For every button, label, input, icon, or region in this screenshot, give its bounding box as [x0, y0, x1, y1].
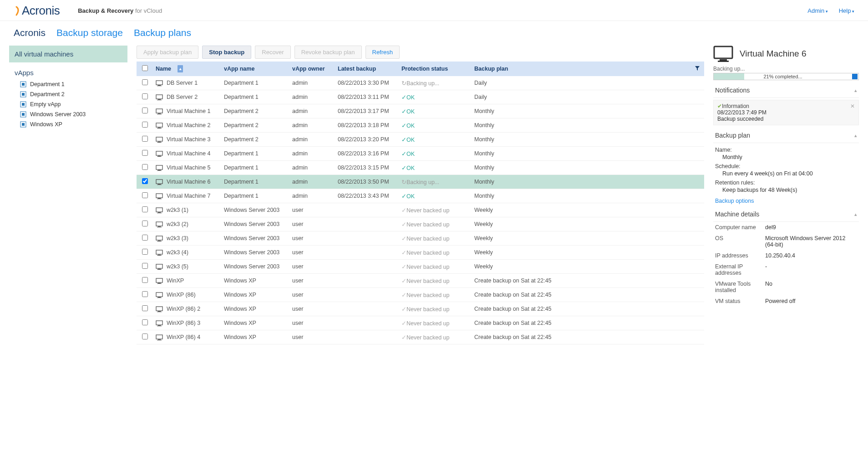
machine-details-section[interactable]: Machine details▴ [713, 207, 859, 222]
row-checkbox[interactable] [142, 122, 148, 128]
backup-plan: Monthly [472, 190, 690, 202]
vm-icon [156, 179, 163, 185]
row-checkbox[interactable] [142, 221, 148, 226]
table-row[interactable]: WinXPWindows XPuserNever backed upCreate… [137, 274, 704, 288]
col-vapp[interactable]: vApp name [221, 62, 289, 76]
help-menu[interactable]: Help [839, 7, 854, 14]
row-checkbox[interactable] [142, 108, 148, 113]
latest-backup: 08/22/2013 3:11 PM [335, 91, 399, 103]
table-row[interactable]: DB Server 1Department 1admin08/22/2013 3… [137, 76, 704, 90]
details-panel: Virtual Machine 6 Backing up... 21% comp… [713, 43, 859, 344]
latest-backup [335, 292, 399, 298]
svg-rect-43 [156, 236, 162, 240]
row-checkbox[interactable] [142, 263, 148, 269]
row-checkbox[interactable] [142, 93, 148, 99]
backup-plan: Weekly [472, 232, 690, 245]
table-row[interactable]: Virtual Machine 1Department 2admin08/22/… [137, 104, 704, 118]
sidebar-all-vms[interactable]: All virtual machines [9, 46, 127, 62]
tab-acronis[interactable]: Acronis [14, 27, 46, 38]
row-checkbox[interactable] [142, 178, 148, 184]
vapp-owner: admin [289, 119, 335, 132]
table-row[interactable]: WinXP (86) 4Windows XPuserNever backed u… [137, 330, 704, 344]
row-checkbox[interactable] [142, 79, 148, 85]
svg-rect-33 [157, 185, 162, 185]
vapp-name: Windows Server 2003 [221, 204, 289, 216]
notifications-section[interactable]: Notifications▴ [713, 83, 859, 98]
svg-rect-34 [156, 194, 162, 198]
table-row[interactable]: DB Server 2Department 1admin08/22/2013 3… [137, 90, 704, 104]
vm-name: Virtual Machine 4 [167, 150, 210, 157]
table-row[interactable]: Virtual Machine 6Department 1admin08/22/… [137, 175, 704, 189]
sidebar-item[interactable]: Department 1 [9, 79, 127, 89]
filter-icon[interactable] [695, 66, 700, 72]
table-row[interactable]: Virtual Machine 5Department 1admin08/22/… [137, 161, 704, 175]
chevron-up-icon: ▴ [854, 211, 857, 217]
backup-plan: Create backup on Sat at 22:45 [472, 331, 690, 344]
row-checkbox[interactable] [142, 305, 148, 311]
table-row[interactable]: Virtual Machine 7Department 1admin08/22/… [137, 189, 704, 203]
table-row[interactable]: w2k3 (3)Windows Server 2003userNever bac… [137, 231, 704, 246]
sidebar-item[interactable]: Windows Server 2003 [9, 109, 127, 119]
col-latest[interactable]: Latest backup [335, 62, 399, 76]
sidebar-item[interactable]: Department 2 [9, 89, 127, 99]
row-checkbox[interactable] [142, 291, 148, 297]
table-row[interactable]: WinXP (86)Windows XPuserNever backed upC… [137, 288, 704, 302]
protection-status: OK [401, 108, 415, 115]
detail-row: Computer namedel9 [713, 222, 859, 233]
vapp-name: Windows Server 2003 [221, 246, 289, 259]
col-plan[interactable]: Backup plan [472, 62, 690, 76]
select-all-checkbox[interactable] [142, 65, 148, 71]
backup-plan-section[interactable]: Backup plan▴ [713, 128, 859, 143]
svg-rect-61 [156, 321, 162, 325]
table-row[interactable]: WinXP (86) 3Windows XPuserNever backed u… [137, 316, 704, 330]
row-checkbox[interactable] [142, 277, 148, 283]
row-checkbox[interactable] [142, 150, 148, 156]
row-checkbox[interactable] [142, 334, 148, 339]
latest-backup [335, 334, 399, 340]
table-row[interactable]: w2k3 (5)Windows Server 2003userNever bac… [137, 260, 704, 274]
progress-stop-button[interactable] [852, 74, 858, 79]
table-row[interactable]: Virtual Machine 4Department 1admin08/22/… [137, 147, 704, 161]
table-row[interactable]: w2k3 (4)Windows Server 2003userNever bac… [137, 246, 704, 260]
col-name[interactable]: Name [153, 62, 221, 76]
refresh-button[interactable]: Refresh [365, 46, 400, 59]
backup-plan: Weekly [472, 260, 690, 273]
close-icon[interactable]: ✕ [850, 103, 855, 109]
row-checkbox[interactable] [142, 164, 148, 170]
row-checkbox[interactable] [142, 235, 148, 241]
tab-backup-plans[interactable]: Backup plans [134, 27, 191, 38]
svg-rect-36 [157, 199, 162, 199]
stop-backup-button[interactable]: Stop backup [202, 46, 251, 59]
vm-name: Virtual Machine 1 [167, 108, 210, 114]
svg-rect-28 [156, 165, 162, 169]
sidebar-item-label: Windows Server 2003 [30, 111, 86, 118]
backup-options-link[interactable]: Backup options [715, 198, 754, 204]
table-row[interactable]: w2k3 (1)Windows Server 2003userNever bac… [137, 203, 704, 217]
tab-backup-storage[interactable]: Backup storage [56, 27, 123, 38]
svg-rect-16 [156, 109, 162, 113]
vapp-name: Windows Server 2003 [221, 232, 289, 245]
vapp-owner: user [289, 303, 335, 315]
svg-rect-30 [157, 170, 162, 171]
col-owner[interactable]: vApp owner [289, 62, 335, 76]
vapp-owner: user [289, 274, 335, 287]
row-checkbox[interactable] [142, 319, 148, 325]
table-row[interactable]: Virtual Machine 3Department 2admin08/22/… [137, 133, 704, 147]
table-row[interactable]: Virtual Machine 2Department 2admin08/22/… [137, 118, 704, 133]
row-checkbox[interactable] [142, 192, 148, 198]
row-checkbox[interactable] [142, 136, 148, 142]
vapp-icon [20, 101, 26, 108]
notification-title: Information [717, 103, 855, 109]
admin-menu[interactable]: Admin [807, 7, 827, 14]
sidebar-item[interactable]: Windows XP [9, 119, 127, 129]
table-row[interactable]: WinXP (86) 2Windows XPuserNever backed u… [137, 302, 704, 316]
table-row[interactable]: w2k3 (2)Windows Server 2003userNever bac… [137, 217, 704, 231]
details-title: Virtual Machine 6 [740, 49, 806, 59]
col-status[interactable]: Protection status [399, 62, 472, 76]
row-checkbox[interactable] [142, 206, 148, 212]
progress-text: 21% completed... [714, 74, 852, 79]
vm-name: DB Server 1 [167, 80, 198, 86]
row-checkbox[interactable] [142, 249, 148, 255]
detail-key: OS [715, 235, 765, 248]
sidebar-item[interactable]: Empty vApp [9, 99, 127, 109]
